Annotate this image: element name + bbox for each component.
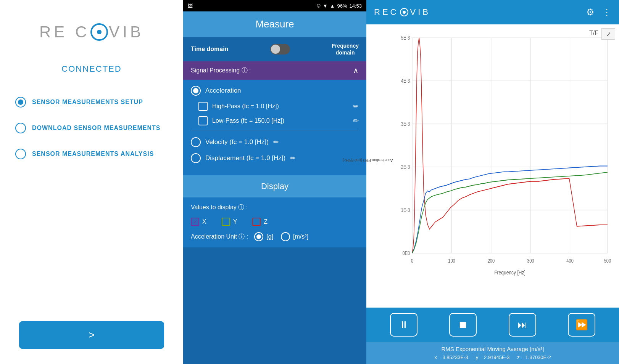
settings-icon[interactable]: ⚙ — [586, 7, 595, 18]
highpass-option[interactable]: High-Pass (fc = 1.0 [Hz]) ✏ — [191, 102, 359, 111]
radio-sensor-setup — [15, 97, 26, 107]
unit-ms2-radio — [281, 232, 290, 241]
rms-y-value: y = 2.91945E-3 — [476, 354, 510, 360]
menu-items: SENSOR MEASUREMENTS SETUP DOWNLOAD SENSO… — [15, 97, 168, 159]
chart-area: ⤢ T/F Acceleration PSD [(m/s²)²/Hz] 5E-3 — [366, 24, 619, 308]
velocity-option[interactable]: Velocity (fc = 1.0 [Hz]) ✏ — [191, 137, 359, 147]
velocity-edit-icon[interactable]: ✏ — [273, 138, 279, 146]
x-axis-label: X — [202, 218, 206, 225]
next-button[interactable]: > — [19, 321, 164, 349]
unit-g-radio — [254, 232, 263, 241]
signal-chevron-icon: ∧ — [353, 66, 359, 75]
display-title: Display — [261, 181, 289, 191]
svg-text:5E-3: 5E-3 — [401, 35, 410, 41]
toggle-knob — [271, 45, 280, 54]
unit-ms2-option[interactable]: [m/s²] — [281, 232, 308, 241]
tf-label: T/F — [589, 30, 598, 37]
logo-o-icon — [90, 23, 108, 41]
status-icons: © ▼ ▲ 96% 14:53 — [317, 3, 362, 9]
app-bar-logo-o-inner — [403, 11, 406, 14]
values-display-row: Values to display ⓘ : — [191, 204, 359, 212]
rms-x-value: x = 3.85233E-3 — [434, 354, 468, 360]
app-bar-icons: ⚙ ⋮ — [586, 7, 611, 18]
svg-text:3E-3: 3E-3 — [401, 121, 410, 127]
fast-forward-icon: ⏩ — [575, 319, 588, 331]
app-bar-logo-o-icon — [400, 8, 408, 16]
panel-right: REC VIB ⚙ ⋮ ⤢ T/F Acceleration PSD [(m/s… — [366, 0, 619, 364]
svg-text:2E-3: 2E-3 — [401, 164, 410, 170]
svg-text:1E-3: 1E-3 — [401, 207, 410, 213]
step-forward-button[interactable]: ⏭ — [509, 313, 536, 337]
signal-icon: ▲ — [330, 3, 335, 9]
acceleration-radio — [191, 86, 201, 96]
more-menu-icon[interactable]: ⋮ — [602, 7, 611, 18]
stop-button[interactable]: ⏹ — [449, 313, 477, 337]
sidebar-item-analysis[interactable]: SENSOR MEASUREMENTS ANALYSIS — [15, 149, 168, 159]
lowpass-option[interactable]: Low-Pass (fc = 150.0 [Hz]) ✏ — [191, 116, 359, 125]
signal-processing-title: Signal Processing ⓘ : — [191, 67, 251, 75]
clock: 14:53 — [349, 3, 362, 9]
signal-processing-bar[interactable]: Signal Processing ⓘ : ∧ — [183, 61, 366, 80]
svg-text:400: 400 — [566, 258, 573, 264]
chart-expand-button[interactable]: ⤢ — [601, 28, 615, 40]
pause-button[interactable]: ⏸ — [390, 313, 418, 337]
app-bar-logo: REC VIB — [374, 7, 430, 17]
unit-ms2-label: [m/s²] — [293, 233, 308, 240]
unit-row: Acceleration Unit ⓘ : [g] [m/s²] — [191, 232, 359, 241]
highpass-edit-icon[interactable]: ✏ — [353, 102, 359, 111]
rms-title: RMS Exponential Moving Average [m/s²] — [441, 346, 544, 352]
svg-text:0: 0 — [411, 258, 413, 264]
z-axis-checkbox[interactable]: Z — [252, 218, 268, 226]
logo: RE C VIB — [39, 23, 144, 41]
unit-g-option[interactable]: [g] — [254, 232, 273, 241]
logo-text-vib: VIB — [109, 23, 144, 41]
displacement-label: Displacement (fc = 1.0 [Hz]) — [205, 154, 285, 162]
radio-download — [15, 123, 26, 133]
panel-left: RE C VIB CONNECTED SENSOR MEASUREMENTS S… — [0, 0, 183, 364]
velocity-label: Velocity (fc = 1.0 [Hz]) — [205, 138, 269, 146]
svg-text:4E-3: 4E-3 — [401, 78, 410, 84]
frequency-domain-label: Frequencydomain — [332, 42, 359, 56]
signal-processing-content: Acceleration High-Pass (fc = 1.0 [Hz]) ✏… — [183, 80, 366, 175]
sidebar-item-label-sensor-setup: SENSOR MEASUREMENTS SETUP — [32, 99, 143, 106]
domain-toggle-row: Time domain Frequencydomain — [183, 37, 366, 61]
chart-svg: 5E-3 4E-3 3E-3 2E-3 1E-3 0E0 0 100 200 3… — [393, 28, 615, 296]
acceleration-option[interactable]: Acceleration — [191, 86, 359, 96]
expand-icon: ⤢ — [606, 30, 611, 38]
y-axis-checkbox[interactable]: Y — [222, 218, 237, 226]
next-arrow-icon: > — [89, 329, 95, 341]
wifi-icon: ▼ — [323, 3, 328, 9]
radio-analysis — [15, 149, 26, 159]
y-checkbox-box — [222, 218, 230, 226]
x-axis-checkbox[interactable]: ✓ X — [191, 218, 206, 226]
svg-text:100: 100 — [448, 258, 455, 264]
displacement-option[interactable]: Displacement (fc = 1.0 [Hz]) ✏ — [191, 153, 359, 163]
sidebar-item-download[interactable]: DOWNLOAD SENSOR MEASUREMENTS — [15, 123, 168, 133]
svg-text:0E0: 0E0 — [403, 250, 410, 256]
measure-title: Measure — [255, 18, 294, 30]
x-checkbox-box: ✓ — [191, 218, 199, 226]
app-bar-logo-text: REC — [374, 7, 398, 17]
divider — [191, 131, 359, 131]
fast-forward-button[interactable]: ⏩ — [568, 313, 595, 337]
svg-text:Frequency [Hz]: Frequency [Hz] — [494, 269, 526, 276]
logo-text-re: RE C — [39, 23, 90, 41]
rms-bar: RMS Exponential Moving Average [m/s²] x … — [366, 342, 619, 364]
rms-values: x = 3.85233E-3 y = 2.91945E-3 z = 1.3703… — [434, 354, 551, 360]
controls-bar: ⏸ ⏹ ⏭ ⏩ — [366, 308, 619, 342]
acceleration-label: Acceleration — [205, 87, 241, 95]
sidebar-item-sensor-setup[interactable]: SENSOR MEASUREMENTS SETUP — [15, 97, 168, 107]
sidebar-item-label-download: DOWNLOAD SENSOR MEASUREMENTS — [32, 125, 160, 131]
domain-toggle-switch[interactable] — [270, 44, 290, 55]
values-display-label: Values to display ⓘ : — [191, 204, 248, 212]
z-axis-label: Z — [264, 218, 268, 225]
app-bar-logo-text2: VIB — [410, 7, 430, 17]
pause-icon: ⏸ — [399, 319, 409, 331]
displacement-edit-icon[interactable]: ✏ — [290, 154, 296, 162]
app-bar: REC VIB ⚙ ⋮ — [366, 0, 619, 24]
measure-header: Measure — [183, 11, 366, 37]
highpass-checkbox — [198, 102, 208, 111]
lowpass-edit-icon[interactable]: ✏ — [353, 117, 359, 125]
unit-g-label: [g] — [266, 233, 273, 240]
panel-middle: 🖼 © ▼ ▲ 96% 14:53 Measure Time domain Fr… — [183, 0, 366, 364]
